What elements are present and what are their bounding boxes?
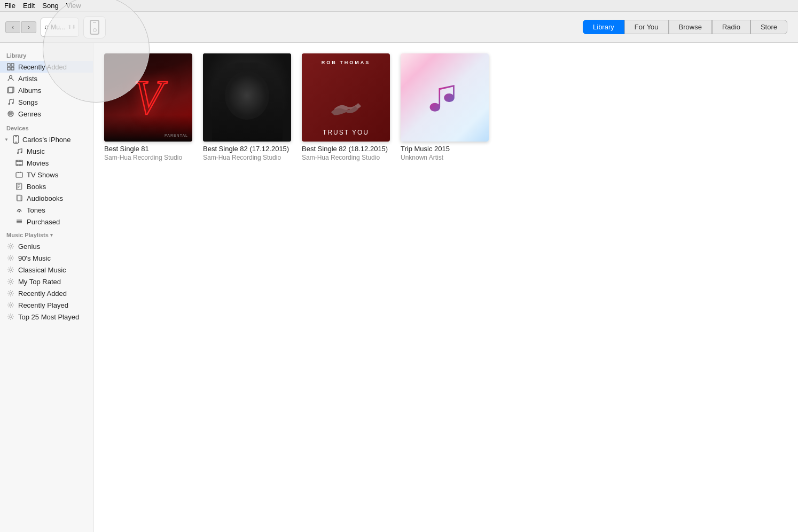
playlist-recently-played[interactable]: Recently Played [0, 299, 93, 311]
back-button[interactable]: ‹ [5, 21, 20, 33]
classical-gear-icon [6, 265, 15, 274]
sidebar-item-books[interactable]: Books [0, 181, 93, 192]
svg-point-41 [10, 245, 12, 247]
svg-point-37 [19, 211, 20, 213]
device-header[interactable]: ▼ Carlos's iPhone [0, 134, 93, 145]
recently-played-gear-icon [6, 301, 15, 309]
svg-point-43 [10, 269, 12, 271]
playlist-top-rated-label: My Top Rated [18, 278, 61, 286]
album-artist-best-single-81: Sam-Hua Recording Studio [104, 154, 192, 161]
menu-view[interactable]: View [66, 2, 81, 10]
sidebar-item-recently-added[interactable]: Recently Added [0, 61, 93, 73]
genres-label: Genres [18, 110, 41, 118]
playlists-header[interactable]: Music Playlists ▾ [0, 228, 93, 240]
playlists-chevron-icon: ▾ [50, 232, 53, 238]
artists-label: Artists [18, 75, 37, 83]
tones-icon [15, 206, 24, 214]
svg-point-42 [10, 257, 12, 259]
album-card-best-single-82b[interactable]: ROB THOMAS TRUST YOU Best Single 82 (18. [302, 53, 390, 161]
tones-label: Tones [27, 206, 45, 214]
album-artist-best-single-82a: Sam-Hua Recording Studio [203, 154, 291, 161]
movies-label: Movies [27, 159, 49, 167]
devices-section-label: Devices [0, 120, 93, 134]
tab-for-you[interactable]: For You [624, 20, 669, 34]
sidebar-item-movies[interactable]: Movies [0, 157, 93, 169]
playlist-90s-music[interactable]: 90's Music [0, 252, 93, 264]
svg-point-46 [10, 304, 12, 306]
artists-icon [6, 74, 15, 83]
album-card-trip-music[interactable]: Trip Music 2015 Unknown Artist [401, 53, 489, 161]
sidebar-item-tv-shows[interactable]: TV Shows [0, 169, 93, 181]
sidebar-item-songs[interactable]: Songs [0, 96, 93, 108]
menu-edit[interactable]: Edit [23, 2, 35, 10]
album-cover-trip-music [401, 53, 489, 142]
main-content: V PARENTAL Best Single 81 Sam-Hua Record… [93, 43, 798, 532]
svg-point-17 [20, 151, 22, 153]
album-card-best-single-82a[interactable]: Best Single 82 (17.12.2015) Sam-Hua Reco… [203, 53, 291, 161]
iphone-device-button[interactable] [83, 16, 106, 38]
device-children: Music Movies TV Shows Books [0, 145, 93, 228]
sidebar-item-audiobooks[interactable]: Audiobooks [0, 192, 93, 204]
tab-radio[interactable]: Radio [712, 20, 750, 34]
nav-buttons: ‹ › [5, 21, 36, 33]
playlist-my-top-rated[interactable]: My Top Rated [0, 276, 93, 287]
playlist-recently-played-label: Recently Played [18, 301, 68, 309]
recently-added-label: Recently Added [18, 63, 67, 71]
sidebar-item-albums[interactable]: Albums [0, 84, 93, 96]
playlist-recently-added-label: Recently Added [18, 290, 67, 298]
library-section-label: Library [0, 47, 93, 61]
album-card-best-single-81[interactable]: V PARENTAL Best Single 81 Sam-Hua Record… [104, 53, 192, 161]
songs-label: Songs [18, 98, 38, 106]
sidebar-item-purchased[interactable]: Purchased [0, 216, 93, 228]
tv-shows-icon [15, 170, 24, 179]
device-name: Carlos's iPhone [22, 136, 71, 144]
books-icon [15, 182, 24, 191]
sidebar-item-artists[interactable]: Artists [0, 73, 93, 84]
album-cover-best-single-81: V PARENTAL [104, 53, 192, 142]
menu-song[interactable]: Song [42, 2, 58, 10]
svg-point-16 [17, 152, 19, 154]
album-title-best-single-81: Best Single 81 [104, 145, 192, 153]
songs-icon [6, 98, 15, 106]
album-cover-best-single-82a [203, 53, 291, 142]
svg-rect-1 [11, 64, 14, 66]
now-playing-button[interactable]: ♫ Mu... ⬆⬇ [41, 18, 79, 37]
svg-point-8 [12, 103, 14, 104]
tab-store[interactable]: Store [750, 20, 787, 34]
album-title-trip-music: Trip Music 2015 [401, 145, 489, 153]
top25-gear-icon [6, 312, 15, 321]
album-artist-trip-music: Unknown Artist [401, 154, 489, 161]
sidebar-item-music[interactable]: Music [0, 145, 93, 157]
svg-rect-3 [11, 67, 14, 70]
iphone-icon [90, 20, 99, 35]
forward-button[interactable]: › [21, 21, 36, 33]
sidebar-item-tones[interactable]: Tones [0, 204, 93, 216]
top-rated-gear-icon [6, 277, 15, 286]
album-cover-best-single-82b: ROB THOMAS TRUST YOU [302, 53, 390, 142]
album-artist-best-single-82b: Sam-Hua Recording Studio [302, 154, 390, 161]
toolbar: ‹ › ♫ Mu... ⬆⬇ Library For You Browse Ra… [0, 12, 798, 43]
audiobooks-icon [15, 194, 24, 202]
svg-point-7 [9, 103, 10, 105]
menu-file[interactable]: File [4, 2, 15, 10]
books-label: Books [27, 183, 46, 191]
playlist-classical-label: Classical Music [18, 266, 66, 274]
playlist-top25[interactable]: Top 25 Most Played [0, 311, 93, 323]
music-note-svg [424, 76, 466, 119]
purchased-label: Purchased [27, 218, 60, 226]
tv-shows-label: TV Shows [27, 171, 58, 179]
svg-rect-0 [7, 64, 10, 66]
sidebar-item-genres[interactable]: Genres [0, 108, 93, 120]
albums-label: Albums [18, 87, 41, 95]
tab-library[interactable]: Library [583, 20, 624, 34]
90s-gear-icon [6, 254, 15, 262]
playlist-recently-added[interactable]: Recently Added [0, 287, 93, 299]
svg-rect-2 [7, 67, 10, 70]
playlist-90s-label: 90's Music [18, 254, 51, 262]
svg-point-47 [10, 316, 12, 318]
tab-browse[interactable]: Browse [669, 20, 712, 34]
svg-point-4 [10, 76, 12, 79]
playlist-genius[interactable]: Genius [0, 240, 93, 252]
audiobooks-label: Audiobooks [27, 194, 63, 202]
playlist-classical[interactable]: Classical Music [0, 264, 93, 276]
